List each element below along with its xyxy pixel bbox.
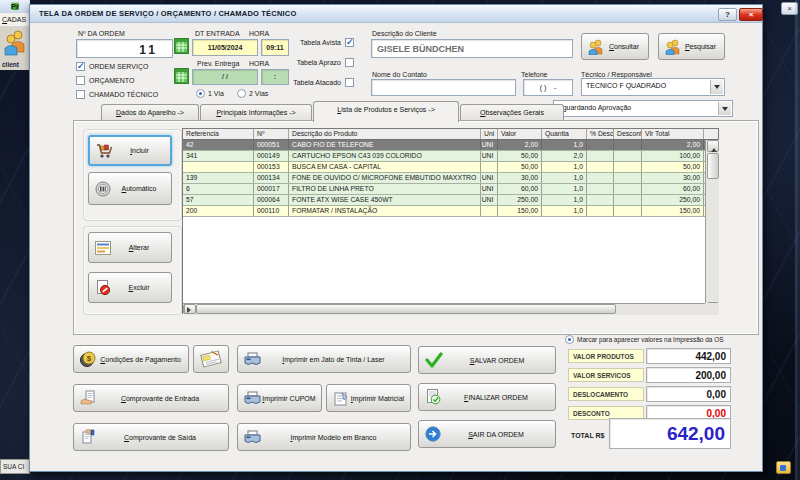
- finish-order-button[interactable]: FINALIZAR ORDEM: [418, 383, 556, 411]
- total-label: TOTAL R$: [571, 432, 604, 439]
- scroll-up-icon[interactable]: [707, 140, 719, 152]
- consult-button-label: Consultar: [604, 43, 648, 50]
- calendar-icon[interactable]: [174, 38, 189, 54]
- vertical-scroll-thumb[interactable]: [707, 153, 719, 179]
- column-header[interactable]: % Desc.: [587, 129, 614, 139]
- automatic-button-label: Automático: [111, 185, 171, 192]
- parent-menu-bar[interactable]: CADAS: [0, 13, 30, 27]
- table-cell: 139: [183, 173, 254, 183]
- column-header[interactable]: Quantia: [542, 129, 587, 139]
- table-row[interactable]: 57000064FONTE ATX WISE CASE 450WTUNI250,…: [183, 195, 718, 206]
- tabela-aprazo-label: Tabela Aprazo: [294, 59, 341, 66]
- delete-item-button[interactable]: Excluir: [88, 272, 172, 303]
- barcode-icon: [95, 181, 111, 197]
- current-status-select[interactable]: Aguardando Aprovação: [553, 100, 733, 117]
- help-button[interactable]: ?: [718, 8, 737, 21]
- client-name-input[interactable]: GISELE BÜNDCHEN: [371, 39, 573, 58]
- menu-item-cadastros[interactable]: CADAS: [0, 13, 30, 23]
- table-body: 42000051CABO FIO DE TELEFONEUNI2,001,02,…: [183, 140, 718, 217]
- table-row[interactable]: 6000017FILTRO DE LINHA PRETOUNI60,001,06…: [183, 184, 718, 195]
- contact-name-label: Nome do Contato: [372, 71, 427, 78]
- delete-icon: [95, 280, 111, 296]
- phone-input[interactable]: ( ) -: [523, 79, 573, 96]
- checkbox-orcamento[interactable]: [76, 76, 85, 85]
- checkbox-ordem-servico[interactable]: [76, 62, 85, 71]
- exit-order-button[interactable]: SAIR DA ORDEM: [418, 420, 556, 448]
- include-button-label: Incluir: [113, 147, 170, 154]
- search-client-button[interactable]: Pesquisar: [658, 33, 725, 60]
- column-header[interactable]: Referencia: [183, 129, 254, 139]
- parent-window-titlebar: Pr: [0, 0, 30, 13]
- delete-button-label: Excluir: [111, 284, 171, 291]
- exit-arrow-icon: [425, 426, 441, 442]
- technician-select[interactable]: TECNICO F QUADRADO: [581, 78, 725, 96]
- horizontal-scroll-thumb[interactable]: [196, 304, 616, 314]
- column-header[interactable]: Nº: [254, 129, 289, 139]
- checkbox-chamado-tecnico[interactable]: [76, 90, 85, 99]
- consult-client-button[interactable]: Consultar: [581, 33, 649, 60]
- table-row[interactable]: 42000051CABO FIO DE TELEFONEUNI2,001,02,…: [183, 140, 718, 151]
- close-icon[interactable]: ×: [739, 8, 763, 21]
- print-matrix-button[interactable]: Imprimir Matricial: [326, 384, 411, 412]
- table-cell: 50,00: [498, 162, 542, 172]
- table-row[interactable]: 341000149CARTUCHO EPSON C43 039 COLORIDO…: [183, 151, 718, 162]
- table-row[interactable]: 000153BUSCA EM CASA - CAPITAL50,001,050,…: [183, 162, 718, 173]
- calendar-icon[interactable]: [174, 68, 189, 84]
- column-header[interactable]: Valor: [498, 129, 542, 139]
- table-cell: 000134: [254, 173, 289, 183]
- radio-2-vias[interactable]: [237, 89, 246, 98]
- horizontal-scrollbar[interactable]: [183, 303, 705, 315]
- column-header[interactable]: Uni: [481, 129, 498, 139]
- edit-form-icon: [95, 241, 111, 255]
- scroll-right-icon[interactable]: [184, 304, 196, 314]
- checkbox-tabela-aprazo[interactable]: [345, 58, 354, 67]
- service-order-dialog: TELA DA ORDEM DE SERVIÇO / ORÇAMENTO / C…: [29, 4, 763, 472]
- print-inkjet-button[interactable]: Imprimir em Jato de Tinta / Laser: [237, 345, 411, 373]
- table-cell: 150,00: [642, 206, 704, 216]
- radio-show-values-on-print[interactable]: [565, 335, 574, 344]
- tab-observacoes-gerais[interactable]: Observações Gerais: [460, 104, 564, 121]
- automatic-item-button[interactable]: Automático: [88, 172, 172, 205]
- save-order-button[interactable]: SALVAR ORDEM: [418, 346, 556, 374]
- parent-status-bar: SUA CI: [0, 459, 30, 474]
- entry-date-input[interactable]: 11/05/2024: [192, 39, 258, 56]
- dialog-titlebar[interactable]: TELA DA ORDEM DE SERVIÇO / ORÇAMENTO / C…: [30, 5, 762, 23]
- receipt-in-button[interactable]: Comprovante de Entrada: [73, 384, 229, 412]
- cheque-icon: [199, 349, 223, 369]
- contact-name-input[interactable]: [371, 79, 516, 96]
- table-cell: 000017: [254, 184, 289, 194]
- checkbox-tabela-atacado[interactable]: [345, 78, 354, 87]
- table-row[interactable]: 200000110FORMATAR / INSTALAÇÃO150,001,01…: [183, 206, 718, 217]
- tab-principais-informacoes[interactable]: Principais Informações ->: [200, 104, 312, 121]
- print-cupom-button[interactable]: Imprimir CUPOM: [237, 384, 322, 412]
- entry-time-input[interactable]: 09:11: [261, 39, 289, 56]
- chevron-down-icon[interactable]: [710, 80, 723, 94]
- print-blank-button[interactable]: Imprimir Modelo em Branco: [237, 423, 411, 451]
- clients-icon[interactable]: [4, 30, 26, 56]
- tab-dados-do-aparelho[interactable]: Dados do Aparelho ->: [101, 104, 199, 121]
- table-cell: 50,00: [642, 162, 704, 172]
- table-cell: [183, 162, 254, 172]
- radio-1-via[interactable]: [196, 89, 205, 98]
- finish-order-label: FINALIZAR ORDEM: [441, 394, 555, 401]
- column-header[interactable]: Desconto: [614, 129, 642, 139]
- table-row[interactable]: 139000134FONE DE OUVIDO C/ MICROFONE EMB…: [183, 173, 718, 184]
- tab-lista-de-produtos-e-servicos[interactable]: Lista de Produtos e Serviços ->: [313, 101, 459, 122]
- table-cell: CARTUCHO EPSON C43 039 COLORIDO: [289, 151, 481, 161]
- column-header[interactable]: Vlr Total: [642, 129, 704, 139]
- payment-conditions-button[interactable]: $ Condições de Pagamento: [73, 345, 189, 373]
- delivery-time-input[interactable]: :: [261, 69, 289, 85]
- vertical-scrollbar[interactable]: [705, 140, 719, 314]
- checkbox-tabela-avista[interactable]: [345, 38, 354, 47]
- delivery-date-input[interactable]: / /: [192, 69, 258, 85]
- include-item-button[interactable]: Incluir: [88, 135, 172, 166]
- change-item-button[interactable]: Alterar: [88, 232, 172, 263]
- cheques-button[interactable]: [193, 345, 229, 373]
- column-header[interactable]: Descrição do Produto: [289, 129, 481, 139]
- table-cell: [614, 140, 642, 150]
- order-number-input[interactable]: 11: [76, 39, 173, 58]
- parent-tray-icon[interactable]: [776, 461, 791, 474]
- client-desc-label: Descrição do Cliente: [372, 30, 437, 37]
- receipt-out-button[interactable]: Comprovante de Saída: [73, 423, 229, 451]
- chevron-down-icon[interactable]: [718, 102, 731, 115]
